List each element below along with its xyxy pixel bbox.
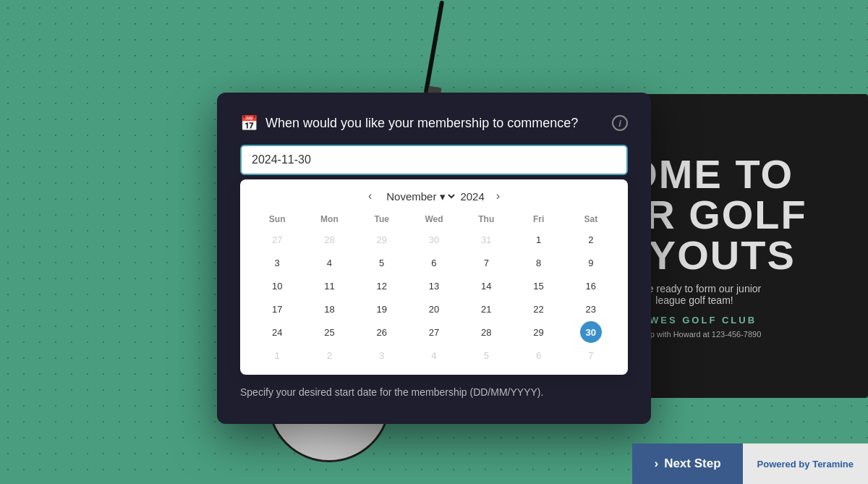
day-header-sun: Sun — [252, 211, 302, 227]
cal-day[interactable]: 7 — [475, 252, 497, 273]
cal-day[interactable]: 26 — [371, 321, 393, 343]
day-header-wed: Wed — [409, 211, 459, 227]
day-header-mon: Mon — [304, 211, 354, 227]
prev-month-button[interactable]: ‹ — [364, 188, 376, 204]
cal-day[interactable]: 29 — [371, 229, 393, 250]
cal-day[interactable]: 9 — [580, 252, 602, 273]
date-input[interactable] — [240, 145, 628, 175]
cal-day[interactable]: 22 — [528, 298, 550, 320]
cal-day[interactable]: 28 — [318, 229, 340, 250]
modal-header: 📅 When would you like your membership to… — [240, 114, 628, 132]
calendar-nav: ‹ November ▾ 2024 › — [252, 188, 616, 204]
brand-name: Teramine — [812, 459, 854, 470]
next-step-arrow: › — [654, 457, 658, 471]
cal-day[interactable]: 27 — [423, 321, 445, 343]
cal-day[interactable]: 11 — [318, 275, 340, 297]
month-select[interactable]: November ▾ — [383, 190, 457, 203]
cal-day[interactable]: 4 — [423, 344, 445, 366]
cal-day[interactable]: 5 — [475, 344, 497, 366]
cal-day[interactable]: 20 — [423, 298, 445, 320]
hint-text: Specify your desired start date for the … — [240, 386, 628, 398]
cal-day[interactable]: 27 — [266, 229, 288, 250]
cal-day[interactable]: 1 — [528, 229, 550, 250]
cal-day[interactable]: 15 — [528, 275, 550, 297]
modal-title: When would you like your membership to c… — [265, 116, 605, 131]
membership-modal: 📅 When would you like your membership to… — [217, 93, 651, 424]
next-step-label: Next Step — [664, 457, 720, 471]
day-header-thu: Thu — [461, 211, 511, 227]
cal-day[interactable]: 6 — [423, 252, 445, 273]
golf-club-decoration — [423, 0, 445, 101]
powered-by-text: Powered by — [757, 459, 810, 470]
calendar-year: 2024 — [460, 190, 484, 203]
cal-day[interactable]: 30 — [423, 229, 445, 250]
cal-day[interactable]: 18 — [318, 298, 340, 320]
cal-day[interactable]: 3 — [371, 344, 393, 366]
cal-day[interactable]: 24 — [266, 321, 288, 343]
cal-day[interactable]: 31 — [475, 229, 497, 250]
cal-day[interactable]: 6 — [528, 344, 550, 366]
cal-day[interactable]: 8 — [528, 252, 550, 273]
cal-day[interactable]: 3 — [266, 252, 288, 273]
cal-day[interactable]: 2 — [580, 229, 602, 250]
day-header-sat: Sat — [566, 211, 616, 227]
cal-day[interactable]: 17 — [266, 298, 288, 320]
day-header-tue: Tue — [357, 211, 407, 227]
cal-day[interactable]: 7 — [580, 344, 602, 366]
calendar-header-icon: 📅 — [240, 114, 258, 132]
calendar-grid: Sun Mon Tue Wed Thu Fri Sat 27 28 29 30 … — [252, 211, 616, 366]
cal-day[interactable]: 5 — [371, 252, 393, 273]
calendar-dropdown: ‹ November ▾ 2024 › Sun Mon Tue Wed Thu … — [240, 179, 628, 375]
cal-day[interactable]: 4 — [318, 252, 340, 273]
bottom-bar: › Next Step Powered by Teramine — [0, 443, 868, 484]
next-step-button[interactable]: › Next Step — [632, 443, 742, 484]
cal-day[interactable]: 19 — [371, 298, 393, 320]
cal-day[interactable]: 2 — [318, 344, 340, 366]
cal-day-selected[interactable]: 30 — [580, 321, 602, 343]
cal-day[interactable]: 21 — [475, 298, 497, 320]
cal-day[interactable]: 14 — [475, 275, 497, 297]
cal-day[interactable]: 25 — [318, 321, 340, 343]
cal-day[interactable]: 13 — [423, 275, 445, 297]
cal-day[interactable]: 29 — [528, 321, 550, 343]
powered-by-badge: Powered by Teramine — [743, 443, 868, 484]
day-header-fri: Fri — [513, 211, 563, 227]
cal-day[interactable]: 28 — [475, 321, 497, 343]
cal-day[interactable]: 16 — [580, 275, 602, 297]
cal-day[interactable]: 12 — [371, 275, 393, 297]
cal-day[interactable]: 23 — [580, 298, 602, 320]
cal-day[interactable]: 1 — [266, 344, 288, 366]
cal-day[interactable]: 10 — [266, 275, 288, 297]
calendar-month-year: November ▾ 2024 — [383, 190, 485, 203]
info-icon[interactable]: i — [612, 115, 628, 131]
next-month-button[interactable]: › — [492, 188, 504, 204]
